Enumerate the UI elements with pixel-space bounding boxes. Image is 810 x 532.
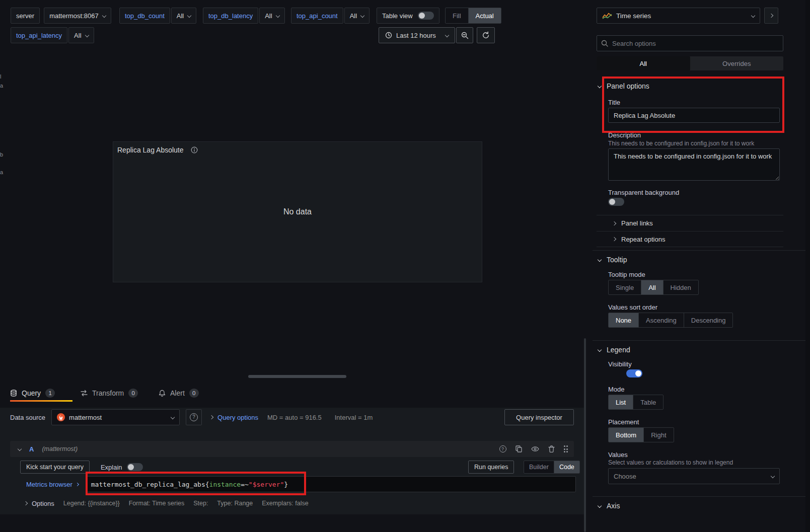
datasource-row: Data source mattermost ? Query options M… (10, 409, 373, 425)
visualization-picker[interactable]: Time series (597, 8, 760, 24)
legend-values-select[interactable]: Choose (608, 468, 780, 484)
chevron-down-icon (445, 33, 449, 37)
drag-handle-icon[interactable] (564, 445, 568, 452)
variable-server-value-dropdown[interactable]: mattermost:8067 (44, 8, 111, 24)
section-tooltip[interactable]: Tooltip (598, 254, 627, 265)
section-axis[interactable]: Axis (598, 500, 620, 511)
variable-top-api-latency: top_api_latency All (11, 27, 94, 43)
values-sort-order-label: Values sort order (608, 303, 657, 311)
active-tab-indicator (10, 400, 72, 402)
legend-visibility-label: Visibility (608, 360, 632, 368)
refresh-icon (482, 31, 490, 39)
kick-start-label: Kick start your query (26, 464, 84, 471)
placement-right[interactable]: Right (644, 428, 673, 442)
query-inspector-label: Query inspector (516, 414, 562, 421)
section-title: Legend (607, 346, 630, 354)
transparent-background-toggle[interactable] (608, 198, 624, 206)
legend-values-placeholder: Choose (614, 473, 636, 480)
table-view-toggle[interactable] (418, 12, 434, 20)
sort-none[interactable]: None (609, 313, 639, 327)
variable-label: top_api_latency (11, 27, 67, 43)
eye-icon[interactable] (531, 446, 539, 452)
panel-links-row[interactable]: Panel links (597, 215, 783, 231)
datasource-help-button[interactable]: ? (186, 409, 202, 425)
expr-brace: } (284, 481, 288, 488)
variable-value-dropdown[interactable]: All (259, 8, 284, 24)
fill-actual-toggle: Fill Actual (445, 8, 501, 24)
variable-label-text: top_db_count (125, 12, 165, 20)
sidebar-scrollbar[interactable] (805, 0, 810, 532)
search-options-input[interactable] (597, 35, 783, 51)
scrollbar-thumb[interactable] (584, 338, 586, 532)
copy-icon[interactable] (516, 445, 522, 452)
tooltip-mode-single[interactable]: Single (609, 280, 641, 294)
datasource-picker[interactable]: mattermost (51, 409, 180, 425)
tooltip-mode-all[interactable]: All (641, 280, 663, 294)
tab-all[interactable]: All (597, 56, 690, 70)
query-help-icon[interactable]: ? (499, 445, 506, 452)
query-row-header[interactable]: A (mattermost) ? (10, 441, 574, 457)
query-expression-input[interactable]: mattermost_db_replica_lag_abs{instance=~… (86, 476, 576, 492)
chevron-down-icon (187, 14, 191, 18)
clipped-text: l (0, 73, 1, 80)
code-option[interactable]: Code (554, 461, 579, 473)
metrics-browser-button[interactable]: Metrics browser (20, 476, 86, 492)
clock-icon (385, 32, 392, 39)
legend-values-label: Values (608, 451, 628, 459)
time-range-picker[interactable]: Last 12 hours (379, 27, 455, 43)
fill-option[interactable]: Fill (446, 8, 469, 23)
panel-description-textarea[interactable]: This needs to be configured in config.js… (608, 148, 780, 181)
zoom-out-button[interactable] (456, 27, 473, 43)
table-view-control: Table view (377, 8, 439, 24)
variable-value-text: All (265, 12, 272, 20)
section-title: Panel options (607, 82, 649, 90)
zoom-out-icon (461, 32, 469, 39)
run-queries-button[interactable]: Run queries (468, 461, 514, 474)
panel-title-input[interactable] (608, 108, 780, 123)
legend-mode-list[interactable]: List (609, 395, 633, 409)
variable-top-db-latency: top_db_latency All (203, 8, 285, 24)
expression-row: Metrics browser mattermost_db_replica_la… (20, 476, 576, 492)
builder-option[interactable]: Builder (524, 461, 554, 473)
collapse-options-button[interactable] (764, 8, 778, 24)
variable-label-text: top_db_latency (208, 12, 253, 20)
tooltip-mode-hidden[interactable]: Hidden (664, 280, 698, 294)
chevron-down-icon (275, 14, 279, 18)
sort-ascending[interactable]: Ascending (639, 313, 684, 327)
repeat-options-row[interactable]: Repeat options (597, 231, 783, 247)
chevron-down-icon (18, 447, 22, 451)
options-step: Step: (193, 500, 208, 507)
query-options-summary-row: Options Legend: {{instance}} Format: Tim… (24, 497, 309, 509)
explain-toggle[interactable] (127, 463, 143, 471)
variable-label-text: top_api_count (297, 12, 338, 20)
tab-alert[interactable]: Alert 0 (159, 385, 199, 401)
refresh-button[interactable] (477, 27, 495, 43)
variable-value-dropdown[interactable]: All (68, 27, 94, 43)
resize-handle[interactable] (248, 375, 346, 378)
options-toggle[interactable]: Options (24, 500, 54, 507)
variable-value-dropdown[interactable]: All (171, 8, 196, 24)
placement-bottom[interactable]: Bottom (609, 428, 644, 442)
clipped-text: a (0, 83, 3, 89)
section-panel-options[interactable]: Panel options (598, 81, 649, 92)
tab-transform[interactable]: Transform 0 (81, 385, 138, 401)
panel-links-label: Panel links (621, 219, 653, 227)
query-options-toggle[interactable]: Query options (210, 414, 258, 421)
tab-label: Query (22, 389, 41, 397)
variable-label: top_db_latency (203, 8, 258, 24)
values-sort-group: None Ascending Descending (608, 313, 733, 328)
transparent-background-label: Transparent background (608, 189, 679, 196)
legend-visibility-toggle[interactable] (626, 369, 642, 377)
section-legend[interactable]: Legend (598, 344, 630, 355)
datasource-label: Data source (10, 414, 45, 421)
kick-start-button[interactable]: Kick start your query (20, 461, 90, 474)
query-inspector-button[interactable]: Query inspector (504, 409, 574, 425)
variable-value-dropdown[interactable]: All (344, 8, 370, 24)
tab-query[interactable]: Query 1 (10, 385, 55, 401)
trash-icon[interactable] (548, 445, 555, 452)
sort-descending[interactable]: Descending (684, 313, 733, 327)
actual-option[interactable]: Actual (469, 8, 501, 23)
legend-mode-table[interactable]: Table (633, 395, 663, 409)
variable-top-db-count: top_db_count All (119, 8, 196, 24)
tab-overrides[interactable]: Overrides (690, 56, 784, 70)
